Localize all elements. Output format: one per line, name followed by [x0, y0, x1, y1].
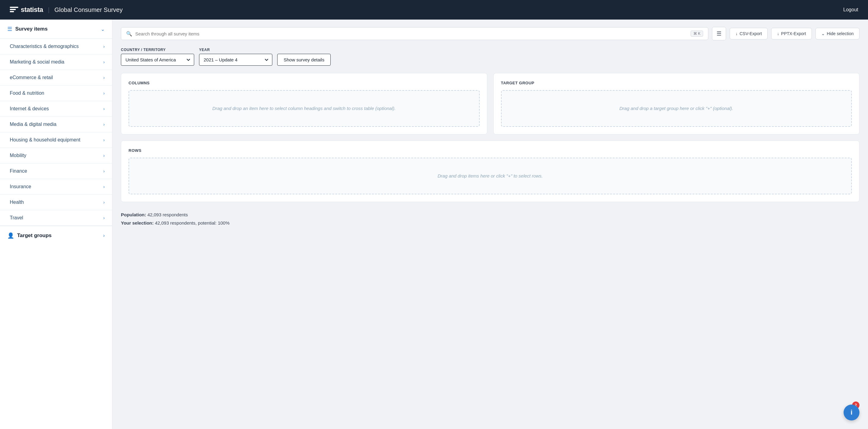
chevron-right-icon: ›: [103, 44, 105, 49]
rows-panel-title: ROWS: [128, 148, 852, 153]
search-input[interactable]: [135, 31, 688, 36]
app-header: statista | Global Consumer Survey Logout: [0, 0, 868, 20]
target-group-panel-title: TARGET GROUP: [501, 81, 852, 85]
sidebar-item-travel[interactable]: Travel ›: [0, 210, 112, 226]
download-pptx-icon: ↓: [777, 31, 779, 36]
year-filter-group: YEAR 2021 – Update 42021 – Update 32020 …: [199, 48, 272, 66]
chevron-right-icon: ›: [103, 122, 105, 127]
people-icon: 👤: [7, 232, 14, 239]
search-shortcut: ⌘ K: [691, 31, 703, 37]
search-toolbar: 🔍 ⌘ K ☰ ↓ CSV-Export ↓ PPTX-Export ⌄ Hid…: [121, 27, 860, 40]
chevron-down-icon: ⌄: [821, 31, 825, 36]
sidebar: ☰ Survey items ⌄ Characteristics & demog…: [0, 20, 112, 429]
target-groups-label: Target groups: [17, 232, 52, 239]
target-groups-section[interactable]: 👤 Target groups ›: [0, 226, 112, 245]
country-label: COUNTRY / TERRITORY: [121, 48, 194, 52]
header-divider: |: [48, 6, 50, 13]
target-group-drop-zone[interactable]: Drag and drop a target group here or cli…: [501, 90, 852, 127]
population-label: Population:: [121, 212, 146, 217]
sidebar-item-health[interactable]: Health ›: [0, 195, 112, 210]
country-filter-group: COUNTRY / TERRITORY United States of Ame…: [121, 48, 194, 66]
statista-logo: statista: [10, 6, 43, 14]
filters-row: COUNTRY / TERRITORY United States of Ame…: [121, 48, 860, 66]
panels-row: COLUMNS Drag and drop an item here to se…: [121, 73, 860, 135]
download-csv-icon: ↓: [736, 31, 738, 36]
chevron-right-icon: ›: [103, 169, 105, 174]
sidebar-item-insurance[interactable]: Insurance ›: [0, 179, 112, 195]
sidebar-item-characteristics[interactable]: Characteristics & demographics ›: [0, 39, 112, 54]
search-icon: 🔍: [126, 31, 132, 37]
chevron-right-icon: ›: [103, 216, 105, 220]
chevron-right-icon: ›: [103, 184, 105, 189]
chevron-right-icon: ›: [103, 138, 105, 142]
rows-drop-zone[interactable]: Drag and drop items here or click "+" to…: [128, 158, 852, 194]
survey-items-header-left: ☰ Survey items: [7, 26, 48, 32]
sidebar-item-food[interactable]: Food & nutrition ›: [0, 86, 112, 101]
pptx-export-button[interactable]: ↓ PPTX-Export: [771, 28, 812, 39]
population-stat: Population: 42,093 respondents: [121, 210, 860, 219]
sidebar-item-mobility[interactable]: Mobility ›: [0, 148, 112, 164]
chevron-right-icon: ›: [103, 106, 105, 111]
hide-selection-button[interactable]: ⌄ Hide selection: [815, 28, 860, 39]
sidebar-item-ecommerce[interactable]: eCommerce & retail ›: [0, 70, 112, 86]
chat-icon: ☰: [7, 26, 12, 32]
csv-export-button[interactable]: ↓ CSV-Export: [730, 28, 768, 39]
chevron-right-icon: ›: [103, 91, 105, 96]
rows-panel: ROWS Drag and drop items here or click "…: [121, 141, 860, 202]
target-groups-chevron-right: ›: [103, 233, 105, 238]
survey-items-chevron-down: ⌄: [101, 26, 105, 32]
population-value: 42,093 respondents: [148, 212, 188, 217]
header-left: statista | Global Consumer Survey: [10, 6, 123, 14]
sidebar-item-housing[interactable]: Housing & household equipment ›: [0, 132, 112, 148]
selection-stat: Your selection: 42,093 respondents, pote…: [121, 219, 860, 227]
target-group-panel: TARGET GROUP Drag and drop a target grou…: [493, 73, 860, 135]
columns-drop-zone[interactable]: Drag and drop an item here to select col…: [128, 90, 479, 127]
country-select[interactable]: United States of America: [121, 54, 194, 66]
selection-label: Your selection:: [121, 220, 154, 226]
logo-icon: [10, 7, 18, 13]
filter-button[interactable]: ☰: [712, 27, 726, 40]
chevron-right-icon: ›: [103, 60, 105, 64]
chevron-right-icon: ›: [103, 75, 105, 80]
header-title: Global Consumer Survey: [54, 6, 122, 13]
chevron-right-icon: ›: [103, 200, 105, 205]
show-details-button[interactable]: Show survey details: [277, 54, 331, 66]
footer-stats: Population: 42,093 respondents Your sele…: [121, 209, 860, 228]
sidebar-item-internet[interactable]: Internet & devices ›: [0, 101, 112, 117]
search-box[interactable]: 🔍 ⌘ K: [121, 27, 708, 40]
year-select[interactable]: 2021 – Update 42021 – Update 32020 – Upd…: [199, 54, 272, 66]
main-content: 🔍 ⌘ K ☰ ↓ CSV-Export ↓ PPTX-Export ⌄ Hid…: [112, 20, 868, 429]
logout-button[interactable]: Logout: [843, 7, 858, 12]
survey-items-section[interactable]: ☰ Survey items ⌄: [0, 20, 112, 39]
selection-value: 42,093 respondents, potential: 100%: [155, 220, 229, 226]
target-groups-left: 👤 Target groups: [7, 232, 52, 239]
year-label: YEAR: [199, 48, 272, 52]
main-layout: ☰ Survey items ⌄ Characteristics & demog…: [0, 20, 868, 429]
statista-wordmark: statista: [21, 6, 43, 14]
info-button[interactable]: i: [844, 405, 860, 421]
columns-panel-title: COLUMNS: [128, 81, 479, 85]
chevron-right-icon: ›: [103, 153, 105, 158]
sidebar-item-finance[interactable]: Finance ›: [0, 164, 112, 179]
survey-items-title: Survey items: [15, 26, 48, 32]
sidebar-item-media[interactable]: Media & digital media ›: [0, 117, 112, 132]
columns-panel: COLUMNS Drag and drop an item here to se…: [121, 73, 487, 135]
sidebar-item-marketing[interactable]: Marketing & social media ›: [0, 54, 112, 70]
